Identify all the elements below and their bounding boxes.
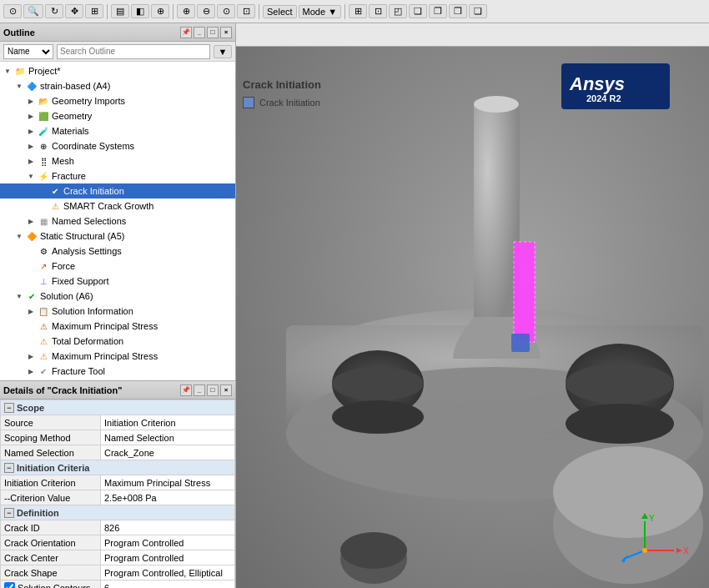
tree-item-fracture[interactable]: ▼ ⚡ Fracture [0, 168, 235, 183]
layout4-btn[interactable]: ❑ [409, 4, 427, 18]
expander-project[interactable]: ▼ [2, 65, 13, 77]
section-init-criteria[interactable]: − Initiation Criteria [1, 460, 235, 475]
details-pin-btn[interactable]: 📌 [180, 384, 192, 396]
label-named-sel: Named Selections [52, 216, 126, 226]
expander-total-deform[interactable] [25, 335, 37, 347]
val-named-selection[interactable]: Crack_Zone [101, 445, 235, 460]
expander-materials[interactable]: ▶ [25, 125, 37, 137]
expander-sol-info[interactable]: ▶ [25, 305, 37, 317]
expander-fracture-tool[interactable]: ▶ [25, 365, 37, 377]
tree-item-max-stress-2[interactable]: ▶ ⚠ Maximum Principal Stress [0, 349, 235, 364]
tree-item-sol-info[interactable]: ▶ 📋 Solution Information [0, 304, 235, 319]
expander-max-stress-1[interactable] [25, 320, 37, 332]
mode-dropdown-btn[interactable]: Mode ▼ [299, 5, 341, 18]
zoom-all-btn[interactable]: ⊙ [217, 4, 235, 18]
tree-item-max-stress-1[interactable]: ⚠ Maximum Principal Stress [0, 319, 235, 334]
definition-collapse-btn[interactable]: − [4, 508, 14, 518]
section-scope[interactable]: − Scope [1, 400, 235, 415]
select-mode-btn[interactable]: Select [263, 5, 297, 18]
tree-item-materials[interactable]: ▶ 🧪 Materials [0, 123, 235, 138]
expander-fixed-support[interactable] [25, 275, 37, 287]
crack-initiation-label: Crack Initiation [243, 78, 321, 91]
expander-strain[interactable]: ▼ [13, 80, 25, 92]
tree-item-named-sel[interactable]: ▶ ▦ Named Selections [0, 214, 235, 229]
layout2-btn[interactable]: ⊡ [369, 4, 387, 18]
tree-item-geom-imports[interactable]: ▶ 📂 Geometry Imports [0, 93, 235, 108]
tree-item-coord[interactable]: ▶ ⊕ Coordinate Systems [0, 138, 235, 153]
expander-geometry[interactable]: ▶ [25, 110, 37, 122]
outline-max-btn[interactable]: □ [207, 27, 219, 38]
tree-item-geometry[interactable]: ▶ 🟩 Geometry [0, 108, 235, 123]
pan-btn[interactable]: ✥ [65, 4, 83, 18]
expander-static-struct[interactable]: ▼ [13, 230, 25, 242]
rotate-btn[interactable]: ↻ [45, 4, 63, 18]
zoom-fit-btn[interactable]: ⊙ [3, 4, 22, 18]
solution-contours-checkbox[interactable] [4, 582, 15, 588]
val-init-criterion[interactable]: Maximum Principal Stress [101, 475, 235, 490]
tree-item-static-struct[interactable]: ▼ 🔶 Static Structural (A5) [0, 229, 235, 244]
expander-geom-imports[interactable]: ▶ [25, 95, 37, 107]
expander-solution-a6[interactable]: ▼ [13, 290, 25, 302]
outline-pin-btn[interactable]: 📌 [180, 27, 192, 38]
val-crack-orientation[interactable]: Program Controlled [101, 535, 235, 550]
zoom-sel-btn[interactable]: ⊡ [237, 4, 255, 18]
svg-point-18 [340, 532, 407, 569]
details-header: Details of "Crack Initiation" 📌 _ □ × [0, 381, 235, 400]
tree-item-project[interactable]: ▼ 📁 Project* [0, 63, 235, 78]
expander-crack-init[interactable] [37, 185, 48, 197]
outline-close-btn[interactable]: × [220, 27, 232, 38]
details-max-btn[interactable]: □ [207, 384, 219, 396]
expander-fracture[interactable]: ▼ [25, 170, 37, 182]
svg-point-4 [332, 367, 424, 400]
expander-analysis-settings[interactable] [25, 245, 37, 257]
expander-named-sel[interactable]: ▶ [25, 215, 37, 227]
details-close-btn[interactable]: × [220, 384, 232, 396]
row-crack-id: Crack ID 826 [1, 520, 235, 535]
main-layout: Outline 📌 _ □ × Name ▼ ▼ 📁 [0, 23, 709, 588]
expander-smart-crack[interactable] [37, 200, 48, 212]
expander-mesh[interactable]: ▶ [25, 155, 37, 167]
zoom-in-btn[interactable]: 🔍 [23, 4, 43, 18]
tree-item-force[interactable]: ↗ Force [0, 259, 235, 274]
tree-item-analysis-settings[interactable]: ⚙ Analysis Settings [0, 244, 235, 259]
tree-item-strain[interactable]: ▼ 🔷 strain-based (A4) [0, 78, 235, 93]
section-definition[interactable]: − Definition [1, 505, 235, 520]
details-min-btn[interactable]: _ [194, 384, 205, 396]
zoom-plus-btn[interactable]: ⊕ [177, 4, 195, 18]
init-criteria-collapse-btn[interactable]: − [4, 463, 14, 473]
tree-item-total-deform[interactable]: ⚠ Total Deformation [0, 334, 235, 349]
view-btn1[interactable]: ▤ [111, 4, 129, 18]
val-scoping-method[interactable]: Named Selection [101, 430, 235, 445]
layout1-btn[interactable]: ⊞ [349, 4, 367, 18]
val-crack-shape[interactable]: Program Controlled, Elliptical [101, 565, 235, 580]
label-materials: Materials [52, 126, 89, 136]
expander-max-stress-2[interactable]: ▶ [25, 350, 37, 362]
outline-search-input[interactable] [57, 44, 210, 59]
tree-item-crack-init[interactable]: ✔ Crack Initiation [0, 183, 235, 199]
tree-item-smart-crack[interactable]: ⚠ SMART Crack Growth [0, 199, 235, 214]
zoom-minus-btn[interactable]: ⊖ [197, 4, 215, 18]
tree-item-fracture-tool[interactable]: ▶ ✔ Fracture Tool [0, 364, 235, 379]
outline-filter-select[interactable]: Name [3, 44, 53, 59]
val-source[interactable]: Initiation Criterion [101, 415, 235, 430]
val-criterion-value[interactable]: 2.5e+008 Pa [101, 490, 235, 505]
layout5-btn[interactable]: ❐ [429, 4, 447, 18]
box-zoom-btn[interactable]: ⊞ [85, 4, 103, 18]
layout7-btn[interactable]: ❏ [469, 4, 487, 18]
tree-item-mesh[interactable]: ▶ ⣿ Mesh [0, 153, 235, 168]
val-crack-id[interactable]: 826 [101, 520, 235, 535]
scope-collapse-btn[interactable]: − [4, 403, 14, 413]
val-crack-center[interactable]: Program Controlled [101, 550, 235, 565]
layout6-btn[interactable]: ❒ [449, 4, 467, 18]
view-btn3[interactable]: ⊕ [151, 4, 169, 18]
expander-force[interactable] [25, 260, 37, 272]
outline-search-btn[interactable]: ▼ [214, 45, 232, 58]
view-btn2[interactable]: ◧ [131, 4, 149, 18]
label-project: Project* [28, 66, 61, 76]
outline-min-btn[interactable]: _ [194, 27, 205, 38]
expander-coord[interactable]: ▶ [25, 140, 37, 152]
tree-item-fixed-support[interactable]: ⊥ Fixed Support [0, 274, 235, 289]
layout3-btn[interactable]: ◰ [389, 4, 407, 18]
tree-item-solution-a6[interactable]: ▼ ✔ Solution (A6) [0, 289, 235, 304]
val-solution-contours[interactable]: 6 [101, 580, 235, 589]
